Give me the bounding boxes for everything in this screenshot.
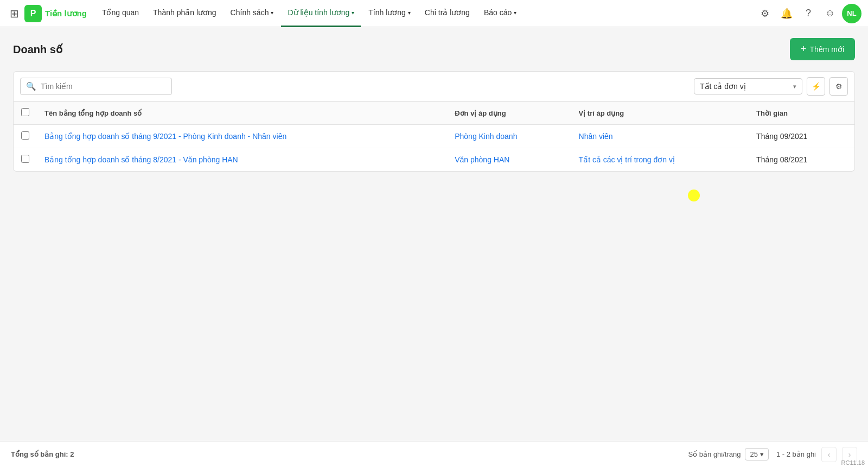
page-header: Doanh số + Thêm mới — [13, 38, 855, 60]
nav-bao-cao[interactable]: Báo cáo ▾ — [477, 0, 523, 27]
app-logo: P Tiền lương — [24, 5, 87, 22]
toolbar-right: Tất cả đơn vị ▾ ⚡ ⚙ — [694, 77, 848, 96]
col-position: Vị trí áp dụng — [571, 102, 749, 125]
col-name: Tên bảng tổng hợp doanh số — [37, 102, 447, 125]
row-2-time: Tháng 08/2021 — [749, 148, 854, 172]
row-1-time: Tháng 09/2021 — [749, 125, 854, 148]
filter-icon[interactable]: ⚡ — [807, 77, 825, 96]
nav-icons: ⚙ 🔔 ? ☺ NL — [755, 4, 861, 23]
logo-icon: P — [24, 5, 42, 22]
nav-du-lieu-tinh-luong[interactable]: Dữ liệu tính lương ▾ — [281, 0, 361, 27]
plus-icon: + — [801, 43, 807, 55]
select-all-checkbox[interactable] — [21, 108, 29, 116]
bao-cao-chevron-icon: ▾ — [514, 10, 516, 16]
nav-chi-tra-luong[interactable]: Chi trả lương — [418, 0, 476, 27]
row-2-checkbox-cell[interactable] — [14, 148, 37, 172]
nav-thanh-phan-luong[interactable]: Thành phần lương — [146, 0, 223, 27]
row-1-name[interactable]: Bảng tổng hợp doanh số tháng 9/2021 - Ph… — [37, 125, 447, 148]
table-row: Bảng tổng hợp doanh số tháng 8/2021 - Vă… — [14, 148, 854, 172]
main-content: Doanh số + Thêm mới 🔍 Tất cả đơn vị ▾ ⚡ … — [0, 27, 868, 441]
nav-chinh-sach[interactable]: Chính sách ▾ — [224, 0, 280, 27]
chinh-sach-chevron-icon: ▾ — [271, 10, 273, 16]
table-row: Bảng tổng hợp doanh số tháng 9/2021 - Ph… — [14, 125, 854, 148]
search-box[interactable]: 🔍 — [20, 78, 172, 95]
col-time: Thời gian — [749, 102, 854, 125]
row-1-checkbox[interactable] — [21, 131, 29, 140]
add-button[interactable]: + Thêm mới — [790, 38, 855, 60]
nav-tinh-luong[interactable]: Tính lương ▾ — [362, 0, 417, 27]
column-settings-icon[interactable]: ⚙ — [829, 77, 848, 96]
row-1-position[interactable]: Nhân viên — [571, 125, 749, 148]
help-icon[interactable]: ? — [799, 4, 818, 23]
toolbar: 🔍 Tất cả đơn vị ▾ ⚡ ⚙ — [13, 71, 855, 102]
nav-tong-quan[interactable]: Tổng quan — [95, 0, 145, 27]
avatar[interactable]: NL — [842, 4, 861, 23]
row-1-checkbox-cell[interactable] — [14, 125, 37, 148]
data-table: Tên bảng tổng hợp doanh số Đơn vị áp dụn… — [14, 102, 854, 171]
row-2-checkbox[interactable] — [21, 155, 29, 163]
apps-grid-icon[interactable]: ⊞ — [7, 4, 22, 23]
row-1-unit[interactable]: Phòng Kinh doanh — [447, 125, 571, 148]
row-2-name[interactable]: Bảng tổng hợp doanh số tháng 8/2021 - Vă… — [37, 148, 447, 172]
unit-filter-select[interactable]: Tất cả đơn vị ▾ — [694, 78, 802, 94]
row-2-position[interactable]: Tất cả các vị trí trong đơn vị — [571, 148, 749, 172]
tinh-luong-chevron-icon: ▾ — [408, 10, 411, 16]
logo-text: Tiền lương — [45, 9, 87, 18]
select-all-header[interactable] — [14, 102, 37, 125]
settings-icon[interactable]: ⚙ — [755, 4, 775, 23]
search-icon: 🔍 — [26, 81, 36, 91]
search-input[interactable] — [41, 82, 166, 91]
filter-chevron-icon: ▾ — [793, 83, 796, 90]
row-2-unit[interactable]: Văn phòng HAN — [447, 148, 571, 172]
emoji-icon[interactable]: ☺ — [820, 4, 840, 23]
notification-icon[interactable]: 🔔 — [777, 4, 796, 23]
top-navigation: ⊞ P Tiền lương Tổng quan Thành phần lươn… — [0, 0, 868, 27]
nav-menu: Tổng quan Thành phần lương Chính sách ▾ … — [95, 0, 753, 27]
page-title: Doanh số — [13, 43, 62, 56]
data-table-wrap: Tên bảng tổng hợp doanh số Đơn vị áp dụn… — [13, 102, 855, 172]
col-unit: Đơn vị áp dụng — [447, 102, 571, 125]
du-lieu-chevron-icon: ▾ — [352, 10, 354, 16]
